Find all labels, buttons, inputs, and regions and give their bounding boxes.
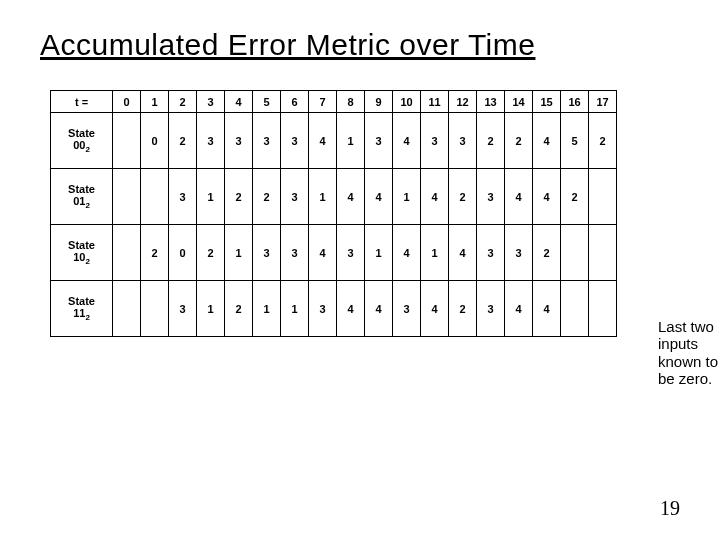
cell: 3 [197, 113, 225, 169]
cell: 4 [505, 169, 533, 225]
cell: 3 [225, 113, 253, 169]
cell: 4 [421, 281, 449, 337]
cell: 1 [393, 169, 421, 225]
cell: 2 [197, 225, 225, 281]
cell: 1 [225, 225, 253, 281]
table-body: State00202333341343322452State0123122314… [51, 113, 617, 337]
table-row: State00202333341343322452 [51, 113, 617, 169]
cell: 2 [225, 169, 253, 225]
col-head-t5: 5 [253, 91, 281, 113]
cell: 4 [449, 225, 477, 281]
row-label: State102 [51, 225, 113, 281]
cell: 1 [421, 225, 449, 281]
cell [141, 281, 169, 337]
cell: 3 [449, 113, 477, 169]
col-head-t4: 4 [225, 91, 253, 113]
cell [589, 225, 617, 281]
cell [113, 113, 141, 169]
col-head-t0: 0 [113, 91, 141, 113]
cell: 3 [169, 169, 197, 225]
cell: 0 [141, 113, 169, 169]
page-number: 19 [0, 497, 680, 520]
cell: 2 [169, 113, 197, 169]
cell: 4 [533, 113, 561, 169]
cell: 5 [561, 113, 589, 169]
row-label: State012 [51, 169, 113, 225]
cell: 4 [365, 281, 393, 337]
cell [113, 169, 141, 225]
cell: 2 [253, 169, 281, 225]
cell: 4 [365, 169, 393, 225]
side-note: Last two inputs known to be zero. [658, 318, 720, 387]
cell: 4 [421, 169, 449, 225]
cell: 3 [281, 113, 309, 169]
cell: 3 [421, 113, 449, 169]
page-title: Accumulated Error Metric over Time [40, 28, 690, 62]
col-head-t11: 11 [421, 91, 449, 113]
cell: 1 [253, 281, 281, 337]
cell [113, 225, 141, 281]
cell: 4 [393, 113, 421, 169]
col-head-t16: 16 [561, 91, 589, 113]
row-label: State112 [51, 281, 113, 337]
cell: 2 [449, 169, 477, 225]
cell [141, 169, 169, 225]
col-head-t7: 7 [309, 91, 337, 113]
cell: 0 [169, 225, 197, 281]
cell: 3 [477, 169, 505, 225]
cell: 4 [533, 169, 561, 225]
cell: 2 [561, 169, 589, 225]
col-head-t1: 1 [141, 91, 169, 113]
cell [561, 281, 589, 337]
cell: 2 [141, 225, 169, 281]
col-head-t17: 17 [589, 91, 617, 113]
cell: 4 [309, 225, 337, 281]
col-head-t8: 8 [337, 91, 365, 113]
cell: 3 [281, 169, 309, 225]
cell: 1 [309, 169, 337, 225]
col-head-t12: 12 [449, 91, 477, 113]
col-head-t9: 9 [365, 91, 393, 113]
col-head-t15: 15 [533, 91, 561, 113]
slide: Accumulated Error Metric over Time t = 0… [0, 0, 720, 540]
table-head: t = 01234567891011121314151617 [51, 91, 617, 113]
cell: 3 [393, 281, 421, 337]
cell: 3 [169, 281, 197, 337]
cell: 3 [253, 225, 281, 281]
table-row: State012312231441423442 [51, 169, 617, 225]
cell: 2 [533, 225, 561, 281]
cell: 3 [309, 281, 337, 337]
cell: 1 [197, 169, 225, 225]
cell: 3 [505, 225, 533, 281]
col-head-t6: 6 [281, 91, 309, 113]
cell [561, 225, 589, 281]
cell [589, 169, 617, 225]
col-head-t3: 3 [197, 91, 225, 113]
cell: 2 [449, 281, 477, 337]
cell: 3 [477, 225, 505, 281]
cell: 2 [225, 281, 253, 337]
table-row: State102202133431414332 [51, 225, 617, 281]
table-row: State11231211344342344 [51, 281, 617, 337]
cell: 2 [505, 113, 533, 169]
metric-table: t = 01234567891011121314151617 State0020… [50, 90, 617, 337]
cell: 4 [337, 169, 365, 225]
col-head-t2: 2 [169, 91, 197, 113]
cell: 1 [337, 113, 365, 169]
col-head-t14: 14 [505, 91, 533, 113]
header-row: t = 01234567891011121314151617 [51, 91, 617, 113]
cell: 3 [253, 113, 281, 169]
col-head-t13: 13 [477, 91, 505, 113]
cell: 4 [309, 113, 337, 169]
cell: 1 [197, 281, 225, 337]
cell: 1 [365, 225, 393, 281]
cell: 1 [281, 281, 309, 337]
row-label: State002 [51, 113, 113, 169]
cell: 4 [505, 281, 533, 337]
header-label: t = [51, 91, 113, 113]
cell: 3 [365, 113, 393, 169]
cell: 3 [281, 225, 309, 281]
cell [589, 281, 617, 337]
cell: 2 [477, 113, 505, 169]
cell: 3 [477, 281, 505, 337]
